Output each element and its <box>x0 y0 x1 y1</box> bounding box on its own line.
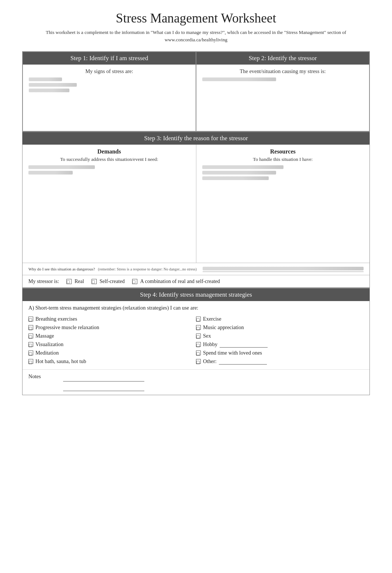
strategy-progressive-label: Progressive muscle relaxation <box>35 324 99 331</box>
notes-section: Notes <box>23 369 369 395</box>
stressor-self-created[interactable]: □ Self-created <box>92 278 125 284</box>
subtitle-text: This worksheet is a complement to the in… <box>22 29 370 43</box>
strategy-hobby-label: Hobby <box>203 341 217 348</box>
strategy-breathing[interactable]: □ Breathing exercises <box>28 315 196 323</box>
notes-line-1[interactable] <box>63 373 144 382</box>
step3-inner: Demands To successfully address this sit… <box>23 145 369 263</box>
stressor-real[interactable]: □ Real <box>66 278 84 284</box>
step4-section: Step 4: Identify stress management strat… <box>22 288 370 395</box>
step2-box: Step 2: Identify the stressor The event/… <box>196 52 369 131</box>
checkbox-loved-ones[interactable]: □ <box>196 351 201 355</box>
page-title: Stress Management Worksheet <box>22 11 370 26</box>
danger-value-line[interactable] <box>203 266 364 272</box>
step1-header: Step 1: Identify if I am stressed <box>23 52 196 65</box>
strategy-sex[interactable]: □ Sex <box>196 332 364 340</box>
stressor-real-label: Real <box>75 278 84 284</box>
stressor-self-label: Self-created <box>100 278 125 284</box>
checkbox-massage[interactable]: □ <box>28 334 33 338</box>
strategy-hobby[interactable]: □ Hobby <box>196 340 364 349</box>
strategy-visualization[interactable]: □ Visualization <box>28 340 196 349</box>
demands-sub: To successfully address this situation/e… <box>28 156 190 162</box>
strategy-other-label: Other: <box>203 358 217 365</box>
notes-line-2[interactable] <box>63 383 144 391</box>
step1-content: My signs of stress are: <box>23 65 196 131</box>
step1-box: Step 1: Identify if I am stressed My sig… <box>23 52 196 131</box>
step1-label: My signs of stress are: <box>29 68 190 75</box>
strategy-music[interactable]: □ Music appreciation <box>196 323 364 332</box>
resources-title: Resources <box>202 148 364 155</box>
strategy-massage-label: Massage <box>35 333 54 339</box>
checkbox-exercise[interactable]: □ <box>196 317 201 321</box>
danger-remember: (remember: Stress is a response to dange… <box>98 267 197 271</box>
strategy-meditation[interactable]: □ Meditation <box>28 349 196 357</box>
stressor-row: My stressor is: □ Real □ Self-created □ … <box>23 275 369 288</box>
demands-col: Demands To successfully address this sit… <box>23 145 196 263</box>
strategies-right: □ Exercise □ Music appreciation □ Sex □ … <box>196 315 364 366</box>
strategy-loved-ones[interactable]: □ Spend time with loved ones <box>196 349 364 357</box>
checkbox-self-created[interactable]: □ <box>92 279 97 284</box>
checkbox-progressive[interactable]: □ <box>28 325 33 330</box>
strategy-exercise[interactable]: □ Exercise <box>196 315 364 323</box>
checkbox-meditation[interactable]: □ <box>28 351 33 355</box>
strategy-massage[interactable]: □ Massage <box>28 332 196 340</box>
step2-label: The event/situation causing my stress is… <box>202 68 363 75</box>
stressor-combo-label: A combination of real and self-created <box>140 278 220 284</box>
strategy-music-label: Music appreciation <box>203 324 244 331</box>
step2-content: The event/situation causing my stress is… <box>196 65 369 131</box>
resources-col: Resources To handle this situation I hav… <box>196 145 370 263</box>
step3-header: Step 3: Identify the reason for the stre… <box>23 132 369 145</box>
checkbox-combination[interactable]: □ <box>132 279 137 284</box>
checkbox-music[interactable]: □ <box>196 325 201 330</box>
hobby-field[interactable] <box>220 342 268 348</box>
checkbox-sex[interactable]: □ <box>196 334 201 338</box>
checkbox-breathing[interactable]: □ <box>28 317 33 321</box>
strategy-visualization-label: Visualization <box>35 341 63 348</box>
strategy-loved-label: Spend time with loved ones <box>203 350 262 356</box>
strategy-hotbath-label: Hot bath, sauna, hot tub <box>35 358 86 365</box>
strategy-progressive[interactable]: □ Progressive muscle relaxation <box>28 323 196 332</box>
strategy-meditation-label: Meditation <box>35 350 59 356</box>
step3-wrapper: Step 3: Identify the reason for the stre… <box>22 132 370 288</box>
strategy-exercise-label: Exercise <box>203 316 221 322</box>
step4-intro: A) Short-term stress management strategi… <box>23 301 369 313</box>
strategy-hotbath[interactable]: □ Hot bath, sauna, hot tub <box>28 357 196 366</box>
strategies-grid: □ Breathing exercises □ Progressive musc… <box>23 313 369 369</box>
checkbox-hobby[interactable]: □ <box>196 342 201 347</box>
resources-sub: To handle this situation I have: <box>202 156 364 162</box>
stressor-combination[interactable]: □ A combination of real and self-created <box>132 278 220 284</box>
checkbox-hotbath[interactable]: □ <box>28 359 33 364</box>
stressor-label: My stressor is: <box>28 278 59 284</box>
notes-label: Notes <box>28 373 41 380</box>
strategy-sex-label: Sex <box>203 333 211 339</box>
danger-row: Why do I see this situation as dangerous… <box>23 263 369 275</box>
notes-lines <box>63 373 144 393</box>
step4-header: Step 4: Identify stress management strat… <box>23 289 369 301</box>
demands-title: Demands <box>28 148 190 155</box>
strategy-breathing-label: Breathing exercises <box>35 316 77 322</box>
danger-label: Why do I see this situation as dangerous… <box>28 267 95 271</box>
checkbox-real[interactable]: □ <box>66 279 72 284</box>
checkbox-visualization[interactable]: □ <box>28 342 33 347</box>
strategy-other[interactable]: □ Other: <box>196 357 364 366</box>
step2-header: Step 2: Identify the stressor <box>196 52 369 65</box>
other-field[interactable] <box>219 359 267 365</box>
steps-1-2-row: Step 1: Identify if I am stressed My sig… <box>22 51 370 132</box>
strategies-left: □ Breathing exercises □ Progressive musc… <box>28 315 196 366</box>
checkbox-other[interactable]: □ <box>196 359 201 364</box>
